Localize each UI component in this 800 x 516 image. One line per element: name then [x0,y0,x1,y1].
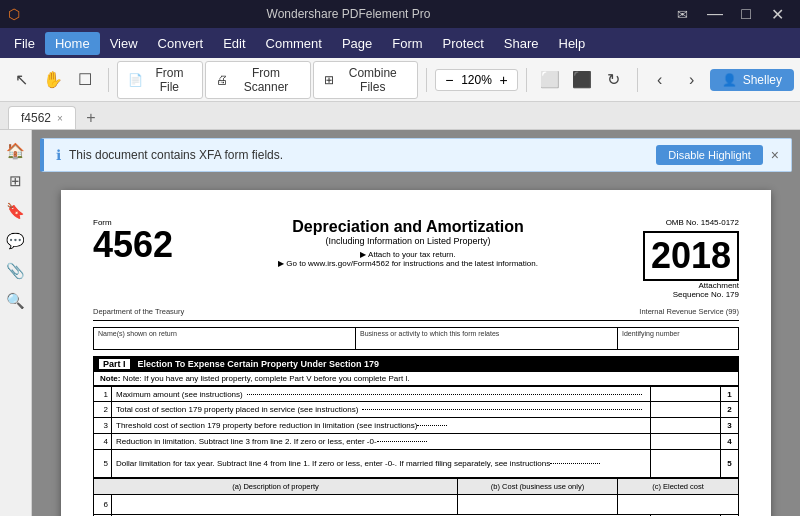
tab-bar: f4562 × + [0,102,800,130]
nav-prev-button[interactable]: ‹ [646,65,674,95]
id-cell: Identifying number [618,328,738,349]
notification-info-icon: ℹ [56,147,61,163]
row-2-content: Total cost of section 179 property place… [112,402,650,417]
col-header-1: (a) Description of property [94,479,458,494]
row-3-content: Threshold cost of section 179 property b… [112,418,650,433]
note-text: Note: If you have any listed property, c… [123,374,410,383]
form-right: OMB No. 1545-0172 2018 Attachment Sequen… [643,218,739,299]
business-label: Business or activity to which this form … [360,330,613,337]
part-label: Part I [99,359,130,369]
cursor-tool-button[interactable]: ↖ [6,65,36,95]
menu-file[interactable]: File [4,32,45,55]
tab-close-button[interactable]: × [57,113,63,124]
notification-actions: Disable Highlight × [656,145,779,165]
rotate-button[interactable]: ↻ [599,65,629,95]
minimize-button[interactable]: — [700,0,730,28]
user-button[interactable]: 👤 Shelley [710,69,794,91]
window-controls: — □ ✕ [700,0,792,28]
form-attach-line2: ▶ Go to www.irs.gov/Form4562 for instruc… [193,259,623,268]
form-number-block: Form 4562 [93,218,173,263]
toolbar-separator-4 [637,68,638,92]
row-1-num: 1 [94,387,112,401]
zoom-level-display: 120% [458,73,494,87]
menu-comment[interactable]: Comment [256,32,332,55]
dept1: Department of the Treasury [93,307,184,316]
fit-page-button[interactable]: ⬜ [535,65,565,95]
notification-close-button[interactable]: × [771,147,779,163]
user-name-label: Shelley [743,73,782,87]
toolbar-cursor-group: ↖ ✋ ☐ [6,65,100,95]
form-header: Form 4562 Depreciation and Amortization … [93,218,739,299]
row-3-box [650,418,720,433]
row-5-num: 5 [94,450,112,477]
attachment-label: Attachment Sequence No. 179 [643,281,739,299]
form-title-sub: (Including Information on Listed Propert… [193,236,623,246]
menu-convert[interactable]: Convert [148,32,214,55]
left-sidebar: 🏠 ⊞ 🔖 💬 📎 🔍 [0,130,32,516]
from-file-button[interactable]: 📄 From File [117,61,203,99]
menu-page[interactable]: Page [332,32,382,55]
menu-view[interactable]: View [100,32,148,55]
note-label: Note: [100,374,123,383]
row-3-num: 3 [94,418,112,433]
sidebar-comment-icon[interactable]: 💬 [3,228,29,254]
toolbar-nav-group: ⬜ ⬛ ↻ [535,65,629,95]
toolbar-separator-2 [426,68,427,92]
app-icon: ⬡ [8,6,20,22]
sidebar-thumbnail-icon[interactable]: ⊞ [3,168,29,194]
sidebar-attachment-icon[interactable]: 📎 [3,258,29,284]
row-5-box [650,450,720,477]
email-icon[interactable]: ✉ [677,7,688,22]
form-attach-line1: ▶ Attach to your tax return. [193,250,623,259]
menu-home[interactable]: Home [45,32,100,55]
form-label-text: Form 4562 [93,218,173,263]
part-header: Part I Election To Expense Certain Prope… [93,356,739,372]
menu-help[interactable]: Help [549,32,596,55]
fit-width-button[interactable]: ⬛ [567,65,597,95]
close-button[interactable]: ✕ [762,0,792,28]
notification-left: ℹ This document contains XFA form fields… [56,147,283,163]
form-title-main: Depreciation and Amortization [193,218,623,236]
tab-f4562[interactable]: f4562 × [8,106,76,129]
omb-number: OMB No. 1545-0172 [643,218,739,227]
combine-files-button[interactable]: ⊞ Combine Files [313,61,418,99]
zoom-control: − 120% + [435,69,517,91]
form-row-6: 6 [93,495,739,515]
disable-highlight-button[interactable]: Disable Highlight [656,145,763,165]
sidebar-bookmark-icon[interactable]: 🔖 [3,198,29,224]
new-tab-button[interactable]: + [80,107,102,129]
sidebar-search-icon[interactable]: 🔍 [3,288,29,314]
pdf-page: Form 4562 Depreciation and Amortization … [61,190,771,516]
menu-share[interactable]: Share [494,32,549,55]
menu-edit[interactable]: Edit [213,32,255,55]
row-6-desc [112,495,458,514]
col-header-3: (c) Elected cost [618,479,738,494]
nav-next-button[interactable]: › [678,65,706,95]
row-5-content: Dollar limitation for tax year. Subtract… [112,450,650,477]
sidebar-home-icon[interactable]: 🏠 [3,138,29,164]
file-icon: 📄 [128,73,143,87]
id-label: Identifying number [622,330,734,337]
menu-protect[interactable]: Protect [433,32,494,55]
hand-tool-button[interactable]: ✋ [38,65,68,95]
scanner-icon: 🖨 [216,73,228,87]
name-label: Name(s) shown on return [98,330,351,337]
row-6-cost [458,495,618,514]
row-1-content: Maximum amount (see instructions) [112,387,650,401]
menu-bar: File Home View Convert Edit Comment Page… [0,28,800,58]
zoom-out-button[interactable]: − [442,72,456,88]
maximize-button[interactable]: □ [731,0,761,28]
zoom-in-button[interactable]: + [496,72,510,88]
form-year: 2018 [643,231,739,281]
menu-form[interactable]: Form [382,32,432,55]
row-4-content: Reduction in limitation. Subtract line 3… [112,434,650,449]
name-cell: Name(s) shown on return [94,328,356,349]
from-scanner-button[interactable]: 🖨 From Scanner [205,61,311,99]
page-tool-button[interactable]: ☐ [70,65,100,95]
pdf-area: Form 4562 Depreciation and Amortization … [32,180,800,516]
toolbar-separator-1 [108,68,109,92]
row-2-label: 2 [720,402,738,417]
form-title-center: Depreciation and Amortization (Including… [173,218,643,268]
main-content: ℹ This document contains XFA form fields… [32,130,800,516]
col-header-2: (b) Cost (business use only) [458,479,618,494]
